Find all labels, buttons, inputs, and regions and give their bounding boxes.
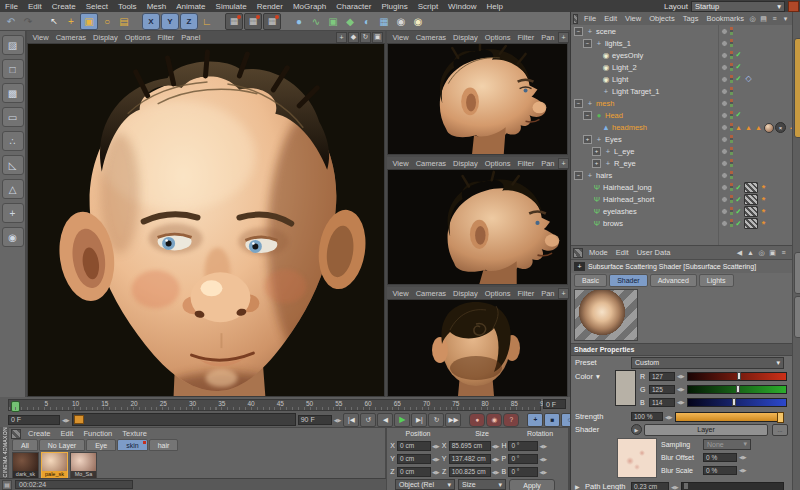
play-forward-button[interactable]: ▶ [394, 413, 410, 427]
layer-dots[interactable] [721, 207, 733, 215]
apply-button[interactable]: Apply [509, 479, 555, 490]
sampling-preview-image[interactable] [617, 438, 657, 478]
visibility-dots-icon[interactable] [730, 87, 733, 95]
om-menu-view[interactable]: View [621, 14, 645, 23]
vp-menu-options[interactable]: Options [481, 159, 514, 168]
visibility-dots-icon[interactable] [730, 75, 733, 83]
vp-menu-panel[interactable]: Panel [178, 33, 204, 42]
channel-g-field[interactable]: 125 [649, 385, 675, 394]
material-tab-eye[interactable]: Eye [86, 439, 116, 451]
layer-dot-icon[interactable] [721, 52, 728, 59]
menu-help[interactable]: Help [482, 2, 508, 11]
texture-tag[interactable] [764, 123, 774, 133]
channel-g-slider[interactable] [687, 385, 787, 394]
layer-dots[interactable] [721, 63, 733, 71]
menu-character[interactable]: Character [331, 2, 376, 11]
viewport-right-top-canvas[interactable] [388, 44, 567, 154]
vp-menu-pan[interactable]: Pan [538, 33, 558, 42]
size-field[interactable]: 85.695 cm [449, 441, 491, 451]
stepper-icon[interactable]: ◀▶ [739, 454, 747, 460]
material-menu-texture[interactable]: Texture [117, 429, 152, 438]
stepper-icon[interactable]: ◀▶ [677, 399, 685, 405]
stepper-icon[interactable]: ◀▶ [677, 373, 685, 379]
layer-dot-icon[interactable] [721, 160, 728, 167]
layer-dot-icon[interactable] [721, 88, 728, 95]
preset-select[interactable]: Custom▾ [631, 357, 784, 369]
om-menu-edit[interactable]: Edit [600, 14, 621, 23]
panel-chip-icon[interactable] [573, 14, 578, 24]
menu-create[interactable]: Create [47, 2, 81, 11]
panel-menu-icon[interactable]: ≡ [779, 248, 788, 257]
pan-view-icon[interactable]: + [558, 288, 569, 299]
enable-axis-icon[interactable]: + [2, 203, 24, 223]
visibility-dots-icon[interactable] [730, 195, 733, 203]
range-end-field[interactable]: 90 F [298, 415, 332, 425]
layer-dots[interactable] [721, 183, 733, 191]
layer-dots[interactable] [721, 75, 733, 83]
autokeying-button[interactable]: ◉ [486, 413, 502, 427]
vp-menu-filter[interactable]: Filter [514, 289, 538, 298]
size-field[interactable]: 137.482 cm [449, 454, 491, 464]
om-menu-tags[interactable]: Tags [679, 14, 703, 23]
vp-menu-cameras[interactable]: Cameras [412, 33, 449, 42]
tree-row-light-target-1[interactable]: +Light Target_1 [571, 85, 792, 97]
stepper-icon[interactable]: ◀▶ [539, 469, 547, 475]
path-length-slider-handle[interactable] [684, 483, 688, 489]
visibility-dots-icon[interactable] [730, 219, 733, 227]
timeline-ruler[interactable]: 51015202530354045505560657075808590 [8, 399, 541, 411]
layer-dots[interactable] [721, 87, 733, 95]
next-frame-button[interactable]: ▶| [411, 413, 427, 427]
goto-end-button[interactable]: ▶▶ [445, 413, 461, 427]
slider-handle[interactable] [732, 398, 736, 406]
panel-chip-icon[interactable] [573, 248, 583, 258]
phong-check-tag[interactable]: ✓ [734, 50, 743, 59]
om-menu-bookmarks[interactable]: Bookmarks [702, 14, 748, 23]
menu-window[interactable]: Window [443, 2, 481, 11]
attr-menu-mode[interactable]: Mode [585, 248, 612, 257]
panel-chip-icon[interactable] [11, 429, 21, 439]
stepper-icon[interactable]: ◀▶ [677, 386, 685, 392]
search-icon[interactable]: ◎ [757, 248, 766, 257]
vp-menu-display[interactable]: Display [90, 33, 122, 42]
expand-toggle[interactable]: − [574, 171, 583, 180]
add-camera-button[interactable]: ◉ [393, 14, 409, 29]
tab-lights[interactable]: Lights [699, 274, 734, 287]
layer-dots[interactable] [721, 195, 733, 203]
texture-hatch-tag[interactable] [744, 218, 758, 229]
tree-row-eyes[interactable]: ++Eyes [571, 133, 792, 145]
vp-menu-cameras[interactable]: Cameras [412, 289, 449, 298]
chevron-down-icon[interactable]: ▾ [596, 372, 600, 410]
tab-basic[interactable]: Basic [574, 274, 607, 287]
tree-row-l-eye[interactable]: ++L_eye [571, 145, 792, 157]
add-primitive-button[interactable]: ● [291, 14, 307, 29]
last-tool-button[interactable]: ▤ [116, 14, 132, 29]
channel-b-field[interactable]: 114 [649, 398, 675, 407]
lock-x-axis-button[interactable]: X [142, 13, 160, 30]
vp-menu-cameras[interactable]: Cameras [52, 33, 89, 42]
rotation-field[interactable]: 0 ° [508, 441, 538, 451]
material-tab-skin[interactable]: skin [117, 439, 147, 451]
search-icon[interactable]: ◎ [748, 14, 757, 23]
tab-shader[interactable]: Shader [609, 274, 648, 287]
model-mode-icon[interactable]: □ [2, 59, 24, 79]
undo-button[interactable]: ↶ [3, 14, 19, 29]
selection-tag[interactable]: ▲ [744, 123, 753, 132]
workplane-mode-icon[interactable]: ▭ [2, 107, 24, 127]
attr-menu-user-data[interactable]: User Data [633, 248, 675, 257]
material-tab-hair[interactable]: hair [149, 439, 179, 451]
expand-toggle[interactable]: − [574, 27, 583, 36]
layer-dots[interactable] [721, 171, 733, 179]
stepper-icon[interactable]: ◀▶ [334, 417, 342, 423]
material-menu-create[interactable]: Create [23, 429, 56, 438]
layer-dots[interactable] [721, 39, 733, 47]
color-swatch[interactable] [615, 370, 636, 406]
slider-handle[interactable] [737, 372, 741, 380]
expand-toggle[interactable]: + [583, 135, 592, 144]
add-light-button[interactable]: ◉ [410, 14, 426, 29]
selection-tag[interactable]: ▲ [754, 123, 763, 132]
stepper-icon[interactable]: ◀▶ [492, 456, 500, 462]
expand-toggle[interactable]: − [583, 39, 592, 48]
shader-preview-image[interactable] [574, 289, 638, 341]
pan-view-icon[interactable]: + [336, 32, 347, 43]
material-tab-all[interactable]: All [12, 439, 38, 451]
